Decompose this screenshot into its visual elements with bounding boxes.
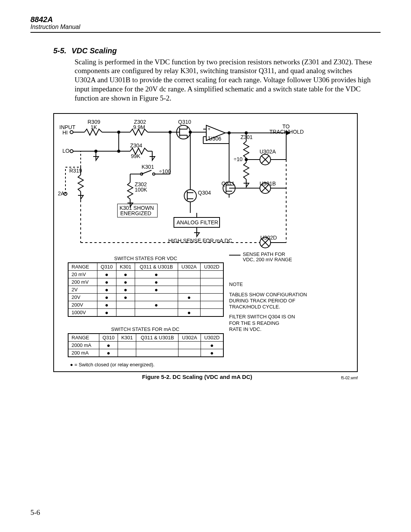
label-q310: Q310 xyxy=(178,119,191,125)
svg-line-77 xyxy=(142,170,151,174)
label-high-sense: HIGH SENSE FOR mA DC xyxy=(168,238,232,244)
ma-hdr-q310: Q310 xyxy=(99,334,118,342)
state-cell: ● xyxy=(99,342,118,349)
svg-point-76 xyxy=(153,173,155,175)
ma-switch-table: RANGE Q310 K301 Q311 & U301B U302A U302D… xyxy=(68,333,224,357)
k301-note-box xyxy=(117,204,158,217)
section-title: VDC Scaling xyxy=(53,46,117,55)
state-cell: ● xyxy=(116,286,135,294)
state-cell: ● xyxy=(97,271,116,278)
state-cell: ● xyxy=(116,278,135,286)
label-div10: ÷10 xyxy=(234,157,242,162)
range-cell: 200 mV xyxy=(68,278,97,286)
range-cell: 1000V xyxy=(68,309,97,317)
label-sense-path-2: VDC, 200 mV RANGE xyxy=(243,257,292,262)
note-line-6: RATE IN VDC. xyxy=(229,326,328,332)
state-cell: ● xyxy=(116,271,135,278)
label-trackhold: TRACK/HOLD xyxy=(269,129,304,135)
label-q311: Q311 xyxy=(221,181,234,187)
note-line-4: FILTER SWITCH Q304 IS ON xyxy=(229,314,328,320)
label-z301: Z301 xyxy=(241,134,253,140)
label-z304: Z304 xyxy=(130,143,142,149)
state-cell: ● xyxy=(97,301,116,309)
state-cell: ● xyxy=(97,309,116,317)
table-row: 20 mV●●● xyxy=(68,271,223,278)
svg-point-0 xyxy=(70,131,73,134)
state-cell: ● xyxy=(201,349,223,357)
vdc-hdr-k301: K301 xyxy=(116,263,135,271)
state-cell: ● xyxy=(116,294,135,301)
ma-hdr-q311: Q311 & U301B xyxy=(136,334,178,342)
svg-marker-37 xyxy=(244,183,249,187)
label-u301b: U301B xyxy=(260,181,276,187)
state-cell: ● xyxy=(135,286,178,294)
vdc-hdr-u302a: U302A xyxy=(178,263,200,271)
state-cell: ● xyxy=(97,278,116,286)
state-cell: ● xyxy=(99,349,118,357)
state-cell: ● xyxy=(135,278,178,286)
label-z304-val: 99K xyxy=(131,153,140,159)
state-cell xyxy=(178,278,200,286)
state-cell xyxy=(200,278,223,286)
vdc-hdr-q310: Q310 xyxy=(97,263,116,271)
label-div100: ÷100 xyxy=(159,169,171,174)
svg-point-56 xyxy=(70,150,73,153)
table-row: 20V●●● xyxy=(68,294,223,301)
label-z302-top-val: 9.9M xyxy=(133,125,145,130)
state-cell xyxy=(200,301,223,309)
note-block: NOTE TABLES SHOW CONFIGURATION DURING TR… xyxy=(229,281,328,332)
vdc-hdr-range: RANGE xyxy=(68,263,97,271)
section-number: 5-5. xyxy=(30,46,53,55)
state-cell: ● xyxy=(135,271,178,278)
label-hi: HI xyxy=(62,130,68,136)
header-subtitle: Instruction Manual xyxy=(30,24,381,30)
svg-text:+: + xyxy=(208,126,210,132)
label-u302a: U302A xyxy=(260,149,276,155)
ma-hdr-u302d: U302D xyxy=(201,334,223,342)
state-cell xyxy=(200,309,223,317)
state-cell xyxy=(178,349,201,357)
note-line-5: FOR THE S READING xyxy=(229,320,328,326)
state-cell xyxy=(200,294,223,301)
label-r319: R319 xyxy=(69,168,82,174)
page-number: 5-6 xyxy=(30,508,40,517)
note-title: NOTE xyxy=(229,281,328,288)
schematic-diagram: + − xyxy=(54,114,358,251)
table-row: 2V●●● xyxy=(68,286,223,294)
range-cell: 200V xyxy=(68,301,97,309)
figure-frame: + − xyxy=(53,113,358,372)
state-cell xyxy=(136,349,178,357)
svg-marker-60 xyxy=(93,157,99,160)
vdc-hdr-q311: Q311 & U301B xyxy=(135,263,178,271)
vdc-table-title: SWITCH STATES FOR VDC xyxy=(114,256,177,261)
state-cell xyxy=(118,342,136,349)
state-cell: ● xyxy=(201,342,223,349)
range-cell: 2000 mA xyxy=(68,342,99,349)
label-lo: LO xyxy=(62,148,70,154)
note-line-2: DURING TRACK PERIOD OF xyxy=(229,298,328,304)
state-cell xyxy=(200,286,223,294)
ma-hdr-range: RANGE xyxy=(68,334,99,342)
label-u306: U306 xyxy=(209,136,221,142)
label-analog-filter: ANALOG FILTER xyxy=(177,220,218,225)
state-cell: ● xyxy=(178,294,200,301)
state-cell: ● xyxy=(97,294,116,301)
table-footnote: ● = Switch closed (or relay energized). xyxy=(70,362,155,367)
label-u302d: U302D xyxy=(260,235,277,241)
range-cell: 20 mV xyxy=(68,271,97,278)
table-row: 200V●● xyxy=(68,301,223,309)
page-header: 8842A Instruction Manual xyxy=(30,15,381,33)
header-model: 8842A xyxy=(30,15,381,24)
vdc-hdr-u302d: U302D xyxy=(200,263,223,271)
svg-marker-92 xyxy=(194,233,199,236)
label-q304: Q304 xyxy=(198,190,211,196)
label-z302-bot-val: 100K xyxy=(135,187,147,193)
section-heading: 5-5. VDC Scaling xyxy=(30,46,381,55)
ma-table-title: SWITCH STATES FOR mA DC xyxy=(111,326,179,332)
table-row: 1000V●● xyxy=(68,309,223,317)
vdc-switch-table: RANGE Q310 K301 Q311 & U301B U302A U302D… xyxy=(68,262,224,317)
table-row: 200 mA●● xyxy=(68,349,223,357)
state-cell: ● xyxy=(97,286,116,294)
state-cell xyxy=(116,309,135,317)
state-cell: ● xyxy=(178,309,200,317)
